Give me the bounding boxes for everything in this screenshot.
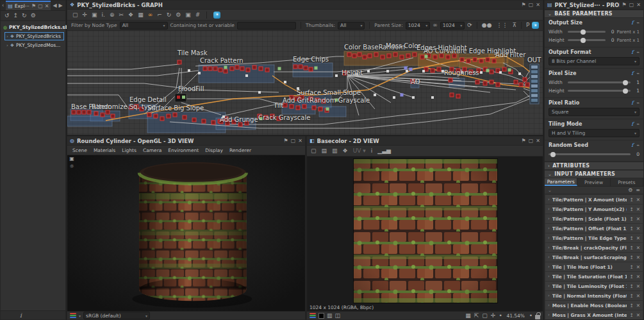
expand-chevron-icon[interactable]: › [548,283,550,289]
remove-icon[interactable]: ✕ [636,293,640,299]
reset-icon[interactable]: ⌁ [636,20,640,26]
histogram-icon[interactable]: ▁▃▅ [377,148,391,154]
zoom-icon[interactable]: ⊕ [110,12,115,18]
colorspace-select[interactable]: sRGB (default)▾ [83,312,150,319]
close-icon[interactable]: ✕ [536,138,540,144]
parameter-row[interactable]: › Tile | Normal Intensity (Float ↥ ✕ [545,291,643,300]
link-sizes-icon[interactable]: ∞ [433,22,438,28]
section-input-parameters[interactable]: ⌄ INPUT PARAMETERS [545,170,643,178]
parameter-row[interactable]: › Tile/Pattern | Scale (Float 1) ↥ ✕ [545,214,643,223]
expose-icon[interactable]: ↥ [629,206,633,212]
tiling-icon[interactable]: ▥ [327,313,333,319]
random-seed-slider[interactable] [549,153,631,155]
center-icon[interactable]: ✛ [491,313,496,319]
expand-chevron-icon[interactable]: › [6,43,8,48]
section-attributes[interactable]: › ATTRIBUTES [545,162,643,170]
pin-icon[interactable]: ⚑ [31,3,36,9]
pin-icon[interactable]: ⚑ [622,2,627,8]
zoom-in-icon[interactable]: • [529,313,533,319]
float-icon[interactable]: ▢ [629,2,634,8]
export-icon[interactable]: ↥ [13,13,19,19]
expand-chevron-icon[interactable]: › [548,303,550,308]
settings-icon[interactable]: ⚙ [31,13,36,19]
light-icon[interactable]: ☼ [69,164,74,169]
expose-icon[interactable]: ↥ [629,245,633,251]
expose-icon[interactable]: ↥ [629,216,633,222]
preview-icon[interactable]: ▣ [185,12,191,18]
close-icon[interactable]: ✕ [636,2,641,8]
expose-icon[interactable]: ↥ [629,283,633,289]
expand-chevron-icon[interactable]: › [548,245,550,250]
save-icon[interactable]: ▤ [322,148,327,154]
remove-icon[interactable]: ✕ [636,303,640,308]
expose-icon[interactable]: ↥ [629,312,633,318]
copy-icon[interactable]: ▥ [332,148,338,154]
package-row[interactable]: ◍ PKY_StylizedBricks.sbs [1,23,65,31]
expand-chevron-icon[interactable]: › [548,235,550,240]
parameter-row[interactable]: › Tile/Break | surfaceScraping ( ↥ ✕ [545,253,643,262]
close-icon[interactable]: ✕ [536,2,540,8]
fit-icon[interactable]: ▢ [482,313,488,319]
library-icon[interactable]: ▦ [138,12,144,18]
view3d-canvas[interactable]: ▣☼ [67,155,305,311]
width-slider[interactable] [568,81,631,83]
close-icon[interactable]: ✕ [298,138,302,144]
menu-item[interactable]: Materials [94,147,115,153]
search-input[interactable] [237,22,296,29]
display-mode-icon[interactable]: ▣ [69,156,74,162]
menu-item[interactable]: Renderer [229,147,251,153]
parent-multiplier[interactable]: Parent x 1 [617,38,640,43]
pin-icon[interactable]: ⚑ [284,138,288,144]
height-slider[interactable] [568,90,631,92]
close-icon[interactable]: ✕ [45,3,49,9]
remove-icon[interactable]: ✕ [636,206,640,212]
width-slider[interactable] [568,31,606,33]
expose-icon[interactable]: ↥ [629,197,633,203]
remove-icon[interactable]: ✕ [636,264,640,270]
tab[interactable]: Presets [611,178,643,186]
expand-chevron-icon[interactable]: › [548,197,550,202]
menu-item[interactable]: Camera [143,147,161,153]
screenshot-icon[interactable]: ▣ [92,12,97,18]
fit-view-icon[interactable]: ▢ [72,12,78,18]
tiling-mode-select[interactable]: H and V Tiling▾ [549,129,640,137]
pin-icon[interactable]: ⚑ [522,2,526,8]
live-link-icon[interactable]: ●● [482,22,492,28]
parameter-row[interactable]: › Tile | Tile Luminosity (Float 1) ↥ ✕ [545,282,643,291]
set-function-icon[interactable]: f [631,49,633,55]
expand-chevron-icon[interactable]: › [548,255,550,260]
tab[interactable]: Preview [577,178,610,186]
float-icon[interactable]: ▢ [529,2,534,8]
menu-item[interactable]: Scene [72,147,87,153]
graph-link-icon[interactable]: ❖ [343,148,348,154]
reset-icon[interactable]: ⌁ [636,49,640,55]
uv-dropdown[interactable]: UV ▾ [353,148,366,154]
tools-icon[interactable]: ⚙ [176,12,181,18]
node-type-select[interactable]: All▾ [120,22,168,29]
parameter-row[interactable]: › Tile | Tile Saturation (Float 1) ↥ ✕ [545,272,643,281]
menu-item[interactable]: Display [205,147,223,153]
parameter-row[interactable]: › Moss | Enable Moss (Boolean) ↥ ✕ [545,301,643,310]
pin-result-icon[interactable]: ⊼ [513,22,517,28]
lock-icon[interactable] [535,315,540,319]
tree-item-graph[interactable]: › ❖ PKY_StylizedMos... [4,41,64,49]
remove-icon[interactable]: ✕ [636,216,640,222]
pan-icon[interactable]: ✛ [83,12,88,18]
timer-icon[interactable]: ↻ [167,12,172,18]
output-format-select[interactable]: 8 Bits per Channel▾ [549,57,640,65]
grid-snap-icon[interactable]: # [195,12,201,18]
panel-collapse-icon[interactable]: ‹ [2,3,4,8]
tab[interactable]: Parameters [545,178,577,186]
float-icon[interactable]: ▢ [38,3,43,9]
set-function-icon[interactable]: f [631,121,633,127]
view2d-canvas[interactable]: 1024 x 1024 (RGBA, 8bpc) [307,156,543,311]
expose-icon[interactable]: ↥ [629,264,633,270]
cut-links-icon[interactable]: ✂ [119,12,124,18]
expose-icon[interactable]: ↥ [629,226,633,232]
remove-icon[interactable]: ✕ [636,312,640,318]
transform-icon[interactable]: ⇱ [474,313,479,319]
parent-size-height-select[interactable]: 1024▾ [440,22,465,29]
expose-icon[interactable]: ↥ [629,255,633,260]
thumbnails-select[interactable]: All▾ [338,22,365,29]
height-slider[interactable] [568,39,606,41]
